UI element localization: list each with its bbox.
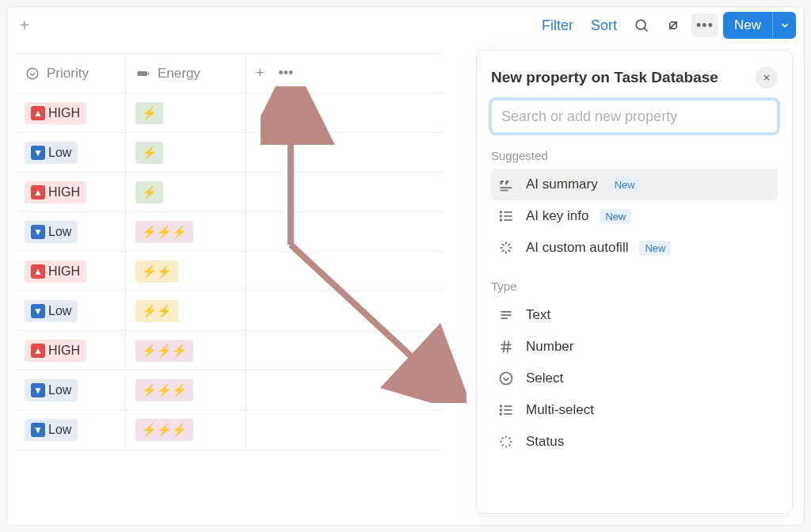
priority-tag: ▼Low: [25, 221, 78, 243]
chevron-down-icon: [779, 20, 790, 31]
cell-empty: [246, 291, 443, 330]
list-icon: [497, 207, 515, 225]
sparkle-icon: [497, 239, 515, 256]
cell-energy[interactable]: ⚡⚡⚡: [126, 370, 246, 409]
add-view-button[interactable]: +: [15, 16, 34, 35]
cell-priority[interactable]: ▲HIGH: [15, 331, 126, 370]
energy-tag: ⚡: [135, 181, 163, 203]
cell-priority[interactable]: ▼Low: [15, 133, 126, 172]
search-button[interactable]: [628, 12, 655, 39]
menu-item-status[interactable]: Status: [491, 426, 778, 458]
list-icon: [497, 401, 515, 419]
menu-item-number[interactable]: Number: [491, 331, 778, 363]
menu-item-text[interactable]: Text: [491, 299, 778, 331]
cell-priority[interactable]: ▼Low: [15, 291, 126, 330]
new-button[interactable]: New: [723, 12, 796, 39]
table-row[interactable]: ▲HIGH⚡: [15, 93, 443, 133]
cell-empty: [246, 173, 443, 211]
cell-priority[interactable]: ▲HIGH: [15, 93, 126, 132]
table-row[interactable]: ▼Low⚡⚡⚡: [15, 212, 443, 252]
bolt-icon: ⚡: [142, 106, 157, 120]
priority-label: Low: [48, 304, 71, 318]
energy-tag: ⚡: [135, 142, 163, 164]
table-row[interactable]: ▲HIGH⚡: [15, 173, 443, 212]
siren-icon: ▲: [31, 106, 45, 120]
menu-item-label: AI summary: [526, 177, 598, 192]
cell-priority[interactable]: ▼Low: [15, 410, 126, 450]
table-row[interactable]: ▼Low⚡⚡: [15, 291, 443, 331]
siren-icon: ▲: [31, 185, 45, 200]
select-icon: [497, 370, 515, 387]
table-row[interactable]: ▲HIGH⚡⚡: [15, 252, 443, 291]
status-icon: [497, 433, 515, 450]
arrow-down-icon: ▼: [31, 423, 45, 437]
add-column-button[interactable]: +: [256, 65, 265, 82]
new-button-dropdown[interactable]: [772, 12, 796, 39]
battery-icon: [135, 66, 151, 82]
cell-priority[interactable]: ▲HIGH: [15, 173, 126, 211]
sort-button[interactable]: Sort: [584, 14, 623, 37]
menu-item-multi-select[interactable]: Multi-select: [491, 394, 778, 426]
select-icon: [25, 66, 40, 82]
menu-item-ai-key-info[interactable]: AI key infoNew: [491, 200, 778, 232]
table-row[interactable]: ▼Low⚡⚡⚡: [15, 370, 443, 410]
energy-tag: ⚡⚡⚡: [135, 419, 193, 441]
menu-item-ai-custom-autofill[interactable]: AI custom autofillNew: [491, 232, 778, 264]
toolbar: + Filter Sort ••• New: [7, 7, 804, 44]
priority-label: Low: [48, 146, 71, 160]
more-button[interactable]: •••: [691, 13, 718, 37]
bolt-icon: ⚡⚡⚡: [142, 225, 187, 239]
priority-tag: ▼Low: [25, 142, 78, 164]
priority-tag: ▼Low: [25, 419, 78, 441]
cell-energy[interactable]: ⚡⚡: [126, 252, 246, 291]
siren-icon: ▲: [31, 264, 45, 279]
energy-tag: ⚡⚡⚡: [135, 340, 193, 362]
priority-label: Low: [48, 225, 71, 239]
menu-item-ai-summary[interactable]: AI summaryNew: [491, 169, 778, 200]
menu-item-label: Select: [526, 370, 563, 386]
priority-label: HIGH: [48, 344, 80, 358]
section-label-suggested: Suggested: [491, 149, 778, 162]
bolt-icon: ⚡⚡⚡: [142, 423, 187, 437]
cell-energy[interactable]: ⚡: [126, 133, 246, 172]
svg-point-28: [501, 413, 502, 415]
menu-item-select[interactable]: Select: [491, 363, 778, 394]
cell-priority[interactable]: ▲HIGH: [15, 252, 126, 291]
quote-icon: [497, 176, 515, 193]
energy-tag: ⚡⚡⚡: [135, 221, 193, 243]
column-header-label: Energy: [158, 66, 200, 82]
property-search-input[interactable]: [491, 100, 778, 133]
close-button[interactable]: [756, 66, 778, 89]
column-header-priority[interactable]: Priority: [15, 54, 126, 93]
table-row[interactable]: ▼Low⚡⚡⚡: [15, 410, 443, 450]
bolt-icon: ⚡⚡: [142, 304, 172, 318]
bolt-icon: ⚡⚡⚡: [142, 344, 187, 358]
svg-line-1: [645, 28, 648, 32]
menu-item-label: AI key info: [526, 208, 588, 224]
text-icon: [497, 306, 515, 324]
section-label-type: Type: [491, 279, 778, 293]
cell-energy[interactable]: ⚡⚡⚡: [126, 331, 246, 370]
bolt-icon: ⚡: [142, 185, 157, 200]
table-row[interactable]: ▲HIGH⚡⚡⚡: [15, 331, 443, 370]
cell-priority[interactable]: ▼Low: [15, 212, 126, 251]
cell-energy[interactable]: ⚡⚡⚡: [126, 410, 246, 450]
column-more-button[interactable]: •••: [279, 65, 294, 82]
panel-title: New property on Task Database: [491, 69, 718, 86]
cell-energy[interactable]: ⚡⚡: [126, 291, 246, 330]
menu-item-label: Multi-select: [526, 402, 594, 418]
cell-empty: [246, 212, 443, 251]
table-row[interactable]: ▼Low⚡: [15, 133, 443, 173]
priority-label: Low: [48, 423, 71, 437]
cell-priority[interactable]: ▼Low: [15, 370, 126, 409]
filter-button[interactable]: Filter: [535, 14, 580, 37]
expand-button[interactable]: [660, 12, 687, 39]
column-header-energy[interactable]: Energy: [126, 54, 246, 93]
bolt-icon: ⚡⚡: [142, 264, 172, 279]
new-badge: New: [639, 241, 671, 256]
new-badge: New: [609, 177, 641, 192]
cell-energy[interactable]: ⚡: [126, 173, 246, 211]
bolt-icon: ⚡: [142, 146, 157, 160]
cell-energy[interactable]: ⚡: [126, 93, 246, 132]
cell-energy[interactable]: ⚡⚡⚡: [126, 212, 246, 251]
